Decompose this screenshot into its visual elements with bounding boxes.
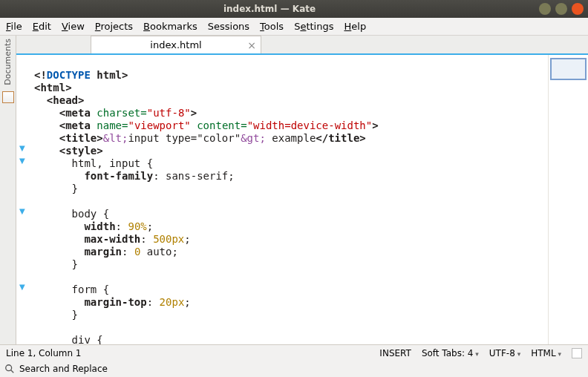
menu-edit[interactable]: Edit [33,21,51,32]
menu-bookmarks[interactable]: Bookmarks [143,21,197,32]
menu-view[interactable]: View [62,21,85,32]
menu-tools[interactable]: Tools [260,21,284,32]
edit-mode[interactable]: INSERT [379,348,411,358]
menu-settings[interactable]: Settings [294,21,333,32]
titlebar: index.html — Kate [0,0,588,18]
search-icon [4,364,15,374]
minimap-viewport[interactable] [550,58,587,80]
tab-index-html[interactable]: index.html × [91,36,261,53]
fold-gutter[interactable]: ▼ ▼ ▼ ▼ [16,55,33,344]
menu-help[interactable]: Help [344,21,366,32]
documents-panel-button[interactable]: Documents [3,39,13,85]
maximize-button[interactable] [555,3,567,15]
editor-area[interactable]: <!DOCTYPE html> <html> <head> <meta char… [33,55,548,344]
status-bar: Line 1, Column 1 INSERT Soft Tabs: 4 UTF… [0,344,588,361]
cursor-position[interactable]: Line 1, Column 1 [6,348,82,358]
document-icon[interactable] [572,348,582,358]
window-title: index.html — Kate [4,4,535,14]
menubar: File Edit View Projects Bookmarks Sessio… [0,18,588,36]
svg-point-0 [6,365,12,371]
fold-marker-icon[interactable]: ▼ [19,144,25,152]
tab-bar: index.html × [16,36,588,55]
minimize-button[interactable] [539,3,551,15]
side-panel: Documents [0,36,16,344]
fold-marker-icon[interactable]: ▼ [19,207,25,215]
fold-marker-icon[interactable]: ▼ [19,283,25,291]
search-replace-button[interactable]: Search and Replace [19,364,108,374]
fold-marker-icon[interactable]: ▼ [19,157,25,165]
minimap[interactable] [548,55,588,344]
svg-line-1 [11,370,14,373]
language-mode[interactable]: HTML [531,348,561,358]
menu-projects[interactable]: Projects [95,21,133,32]
document-icon[interactable] [2,91,14,103]
tab-setting[interactable]: Soft Tabs: 4 [422,348,479,358]
close-icon[interactable]: × [247,39,256,51]
close-button[interactable] [572,3,584,15]
tab-label: index.html [150,39,201,50]
menu-file[interactable]: File [6,21,22,32]
menu-sessions[interactable]: Sessions [208,21,249,32]
bottom-toolbar: Search and Replace [0,361,588,377]
encoding[interactable]: UTF-8 [489,348,520,358]
